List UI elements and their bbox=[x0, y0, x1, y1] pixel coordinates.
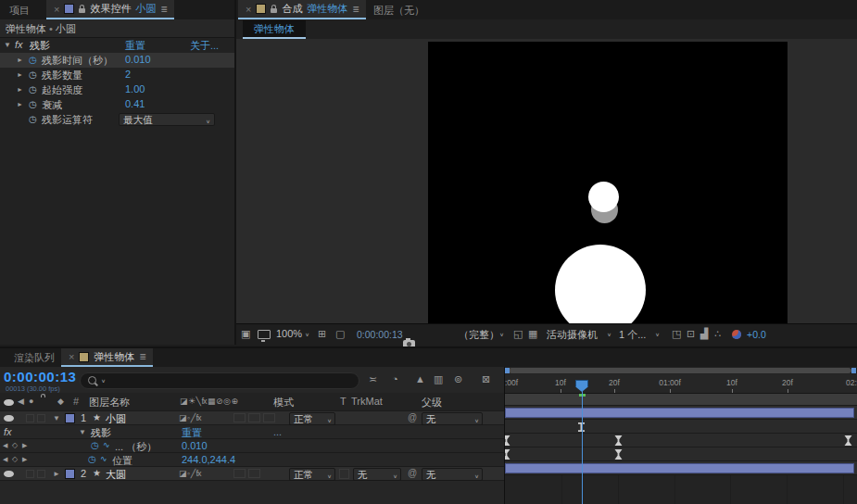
lock-icon[interactable] bbox=[79, 8, 85, 13]
tab-project[interactable]: 项目 bbox=[9, 4, 30, 18]
resolution-dropdown[interactable]: （完整） bbox=[459, 328, 499, 342]
layer-row-2[interactable]: ► 2 ★ 大圆 ◪ ◦ ╱ fx 正常 ∨ 无 ∨ @ bbox=[0, 467, 504, 481]
layer-switches-icons[interactable]: ◪ ◦ ╱ fx bbox=[179, 469, 201, 478]
exposure-icon[interactable] bbox=[732, 330, 741, 339]
close-icon[interactable]: × bbox=[69, 351, 74, 362]
flowchart-icon[interactable]: ∴ bbox=[714, 328, 721, 340]
layer-name[interactable]: 大圆 bbox=[106, 468, 126, 482]
prev-keyframe-icon[interactable]: ◀ bbox=[3, 442, 7, 449]
tab-composition[interactable]: × 合成 弹性物体 ≡ bbox=[238, 0, 366, 19]
camera-view-dropdown[interactable]: 活动摄像机 bbox=[547, 328, 598, 342]
collapse-icon[interactable]: ▼ bbox=[4, 41, 11, 49]
switch-box[interactable] bbox=[248, 413, 260, 422]
grid-guides-icon[interactable]: ⊞ bbox=[318, 328, 326, 340]
timeline-navigator[interactable] bbox=[505, 368, 857, 373]
transparency-grid-icon[interactable]: ▦ bbox=[528, 328, 537, 340]
frame-blend-icon[interactable]: ▥ bbox=[434, 373, 443, 385]
property-row-position[interactable]: ◀ ◇ ▶ ◷ ∿ 位置 244.0,244.4 bbox=[0, 453, 504, 467]
twirl-right-icon[interactable]: ► bbox=[53, 470, 60, 478]
stopwatch-icon[interactable]: ◷ bbox=[29, 55, 37, 65]
layer-color-swatch[interactable] bbox=[65, 469, 75, 479]
big-ball[interactable] bbox=[555, 245, 646, 323]
track-row-layer1[interactable] bbox=[505, 406, 857, 420]
property-name[interactable]: ... （秒） bbox=[115, 440, 157, 454]
solo-box[interactable] bbox=[26, 470, 34, 478]
effect-about-link[interactable]: 关于... bbox=[190, 39, 219, 53]
stopwatch-icon[interactable]: ◷ bbox=[29, 114, 37, 124]
effect-reset-link[interactable]: 重置 bbox=[125, 39, 145, 53]
chevron-down-icon[interactable]: ∨ bbox=[305, 332, 309, 337]
motion-blur-icon[interactable]: ⊚ bbox=[454, 373, 462, 385]
monitor-icon[interactable] bbox=[258, 330, 271, 339]
column-trkmat[interactable]: TrkMat bbox=[351, 396, 383, 407]
trkmat-dropdown[interactable]: 无 ∨ bbox=[353, 468, 401, 481]
keyframe[interactable] bbox=[844, 435, 852, 446]
column-mode[interactable]: 模式 bbox=[273, 396, 294, 410]
chevron-down-icon[interactable]: ∨ bbox=[655, 332, 660, 337]
graph-editor-icon[interactable]: ⊠ bbox=[482, 373, 490, 385]
param-value[interactable]: 1.00 bbox=[125, 83, 145, 94]
effect-name[interactable]: 残影 bbox=[91, 426, 111, 440]
close-icon[interactable]: × bbox=[54, 4, 59, 15]
keyframe[interactable] bbox=[505, 435, 510, 446]
comp-mini-flowchart-icon[interactable]: ≍ bbox=[369, 373, 377, 385]
keyframe[interactable] bbox=[614, 449, 623, 460]
column-layer-name[interactable]: 图层名称 bbox=[89, 396, 130, 410]
mask-visibility-icon[interactable]: ▢ bbox=[335, 328, 345, 340]
keyframe[interactable] bbox=[505, 449, 510, 460]
effect-reset-link[interactable]: 重置 bbox=[182, 426, 202, 440]
viewer-timecode[interactable]: 0:00:00:13 bbox=[357, 329, 403, 340]
param-row-echo-count[interactable]: ► ◷ 残影数量 2 bbox=[0, 68, 234, 82]
next-keyframe-icon[interactable]: ▶ bbox=[22, 456, 27, 463]
stopwatch-icon[interactable]: ◷ bbox=[29, 84, 37, 94]
viewer-stage[interactable] bbox=[236, 39, 857, 323]
navigator-start-handle[interactable] bbox=[505, 368, 510, 373]
blend-mode-dropdown[interactable]: 正常 ∨ bbox=[289, 412, 335, 425]
solo-box[interactable] bbox=[26, 414, 34, 422]
shy-layers-icon[interactable]: ◔ bbox=[392, 373, 398, 384]
switch-box[interactable] bbox=[248, 469, 260, 478]
chevron-down-icon[interactable]: ∨ bbox=[607, 332, 611, 337]
echo-operator-dropdown[interactable]: 最大值 ∨ bbox=[119, 113, 215, 126]
region-of-interest-icon[interactable]: ◱ bbox=[513, 328, 523, 340]
panel-menu-icon[interactable]: ≡ bbox=[139, 350, 145, 363]
time-ruler[interactable]: :00f 10f 20f 01:00f 10f 20f 02:00 bbox=[505, 374, 857, 394]
param-row-decay[interactable]: ► ◷ 衰减 0.41 bbox=[0, 97, 234, 112]
playhead-line[interactable] bbox=[582, 384, 583, 504]
layer-switches-icons[interactable]: ◪ ◦ ╱ fx bbox=[179, 413, 201, 422]
track-row-effect[interactable] bbox=[505, 420, 857, 434]
layer-duration-bar[interactable] bbox=[505, 408, 854, 418]
column-parent[interactable]: 父级 bbox=[422, 396, 442, 410]
histogram-icon[interactable]: ▟ bbox=[700, 328, 708, 340]
navigator-end-handle[interactable] bbox=[851, 368, 856, 373]
param-value[interactable]: 2 bbox=[125, 69, 131, 80]
viewer-target-tab[interactable]: 弹性物体 bbox=[243, 20, 306, 39]
track-row-position[interactable] bbox=[505, 447, 857, 461]
property-value[interactable]: 0.010 bbox=[182, 440, 208, 451]
effect-name[interactable]: 残影 bbox=[30, 39, 50, 53]
param-row-start-intensity[interactable]: ► ◷ 起始强度 1.00 bbox=[0, 82, 234, 97]
tab-render-queue[interactable]: 渲染队列 bbox=[14, 351, 55, 365]
property-name[interactable]: 位置 bbox=[112, 454, 132, 468]
keyframe[interactable] bbox=[614, 435, 623, 446]
panel-menu-icon[interactable]: ≡ bbox=[352, 3, 359, 16]
lock-box[interactable] bbox=[37, 470, 45, 478]
search-input[interactable]: ∨ bbox=[80, 372, 359, 389]
resize-fit-icon[interactable]: ◳ bbox=[672, 328, 681, 340]
stopwatch-icon[interactable]: ◷ bbox=[29, 69, 37, 80]
switch-box[interactable] bbox=[233, 413, 246, 422]
switch-box[interactable] bbox=[233, 469, 246, 478]
chevron-down-icon[interactable]: ∨ bbox=[499, 332, 504, 337]
graph-toggle-icon[interactable]: ∿ bbox=[103, 440, 110, 449]
stopwatch-icon[interactable]: ◷ bbox=[91, 440, 99, 450]
param-row-echo-time[interactable]: ► ◷ 残影时间（秒） 0.010 bbox=[0, 53, 234, 68]
pickwhip-icon[interactable]: @ bbox=[408, 412, 417, 422]
effect-header-row[interactable]: ▼ fx 残影 重置 关于... bbox=[0, 38, 234, 53]
layer-name[interactable]: 小圆 bbox=[106, 412, 126, 426]
twirl-down-icon[interactable]: ▼ bbox=[53, 414, 60, 422]
lock-icon[interactable] bbox=[271, 8, 277, 13]
twirl-down-icon[interactable]: ▼ bbox=[79, 428, 86, 436]
tab-timeline-comp[interactable]: × 弹性物体 ≡ bbox=[61, 348, 153, 367]
small-ball[interactable] bbox=[588, 182, 619, 212]
property-row-echo-time[interactable]: ◀ ◇ ▶ ◷ ∿ ... （秒） 0.010 bbox=[0, 439, 504, 453]
